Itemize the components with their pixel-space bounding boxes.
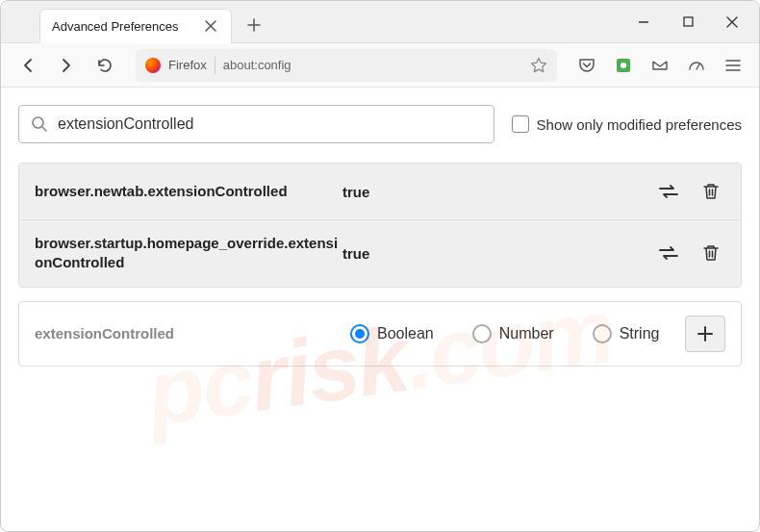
puzzle-icon: [615, 57, 632, 74]
tab-close-button[interactable]: [202, 17, 219, 35]
svg-point-3: [33, 117, 43, 128]
pref-value: true: [342, 184, 654, 200]
pref-value: true: [342, 245, 654, 262]
pref-actions: [654, 239, 725, 267]
add-pref-button[interactable]: [685, 316, 725, 352]
checkbox[interactable]: [512, 115, 529, 133]
url-identity-label: Firefox: [168, 58, 207, 72]
delete-button[interactable]: [697, 239, 725, 267]
reload-icon: [96, 57, 114, 74]
type-options: Boolean Number String: [342, 324, 685, 343]
toggle-button[interactable]: [654, 239, 683, 267]
minimize-button[interactable]: [621, 6, 666, 38]
maximize-button[interactable]: [666, 6, 710, 38]
close-icon: [726, 16, 738, 28]
reload-button[interactable]: [89, 50, 120, 81]
new-pref-name: extensionControlled: [35, 325, 342, 342]
tab-title: Advanced Preferences: [52, 19, 192, 34]
svg-rect-0: [684, 17, 693, 26]
new-tab-button[interactable]: [240, 11, 268, 39]
toggle-icon: [658, 183, 679, 200]
radio-input[interactable]: [593, 324, 612, 343]
pref-row: browser.startup.homepage_override.extens…: [19, 220, 741, 287]
close-icon: [205, 20, 216, 32]
dashboard-button[interactable]: [682, 51, 711, 80]
radio-string[interactable]: String: [593, 324, 660, 343]
pref-name: browser.newtab.extensionControlled: [35, 182, 342, 201]
radio-input[interactable]: [350, 324, 369, 343]
extension-button[interactable]: [609, 51, 638, 80]
titlebar: Advanced Preferences: [1, 1, 759, 43]
radio-boolean[interactable]: Boolean: [350, 324, 434, 343]
gauge-icon: [688, 57, 705, 74]
hamburger-icon: [724, 57, 742, 74]
pref-name: browser.startup.homepage_override.extens…: [35, 234, 342, 273]
radio-number[interactable]: Number: [472, 324, 554, 343]
arrow-right-icon: [58, 57, 75, 74]
window-controls: [621, 6, 754, 38]
search-row: Show only modified preferences: [18, 105, 742, 143]
plus-icon: [247, 18, 261, 32]
radio-input[interactable]: [472, 324, 492, 343]
svg-point-2: [621, 63, 626, 68]
radio-label: Number: [499, 325, 554, 342]
back-button[interactable]: [13, 50, 43, 81]
radio-label: String: [620, 325, 660, 342]
url-divider: [215, 57, 215, 74]
mail-icon: [651, 57, 669, 74]
trash-icon: [702, 182, 720, 201]
nav-toolbar: Firefox about:config: [1, 43, 759, 88]
url-bar[interactable]: Firefox about:config: [136, 49, 557, 82]
browser-tab[interactable]: Advanced Preferences: [39, 9, 232, 43]
mail-button[interactable]: [646, 51, 674, 80]
search-input[interactable]: [58, 115, 482, 133]
delete-button[interactable]: [697, 177, 725, 206]
toggle-icon: [658, 244, 679, 262]
star-icon: [530, 57, 547, 74]
toggle-button[interactable]: [654, 177, 683, 206]
app-menu-button[interactable]: [719, 51, 747, 80]
content-area: Show only modified preferences browser.n…: [1, 88, 759, 384]
url-text: about:config: [223, 58, 522, 72]
forward-button[interactable]: [51, 50, 82, 81]
pocket-button[interactable]: [572, 51, 601, 80]
trash-icon: [702, 243, 720, 263]
show-only-modified-toggle[interactable]: Show only modified preferences: [512, 115, 742, 133]
arrow-left-icon: [19, 57, 37, 74]
maximize-icon: [683, 16, 694, 27]
firefox-logo-icon: [145, 58, 161, 73]
plus-icon: [697, 326, 713, 342]
close-window-button[interactable]: [710, 6, 754, 38]
pref-actions: [654, 177, 725, 206]
search-box[interactable]: [18, 105, 494, 143]
bookmark-star-button[interactable]: [530, 57, 547, 74]
prefs-list: browser.newtab.extensionControlled true …: [18, 163, 742, 288]
pref-row: browser.newtab.extensionControlled true: [19, 164, 741, 220]
search-icon: [31, 115, 48, 133]
minimize-icon: [638, 16, 649, 28]
show-only-label: Show only modified preferences: [537, 116, 742, 133]
radio-label: Boolean: [377, 325, 434, 342]
new-pref-row: extensionControlled Boolean Number Strin…: [18, 301, 742, 367]
pocket-icon: [578, 57, 595, 74]
